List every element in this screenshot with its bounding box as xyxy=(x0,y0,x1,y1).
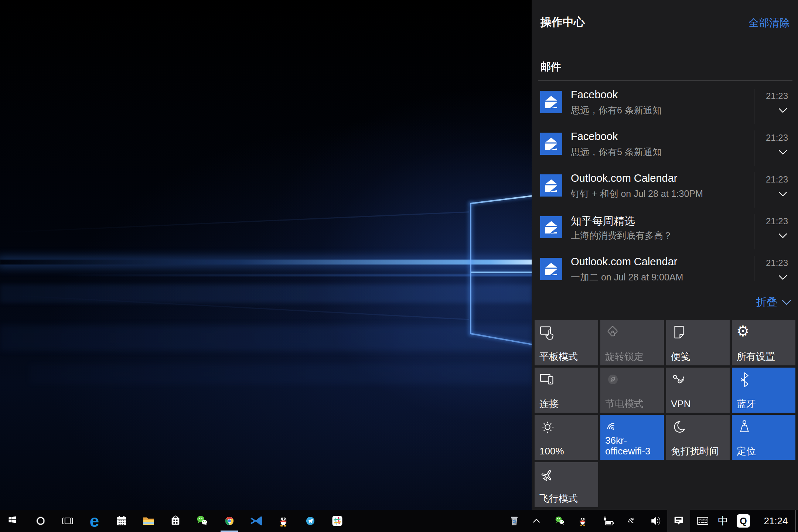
start-button[interactable] xyxy=(0,510,27,532)
ime-q-badge-letter: Q xyxy=(737,514,750,528)
tile-wifi[interactable]: 36kr-officewifi-3 xyxy=(600,415,664,460)
wifi-icon xyxy=(605,419,622,436)
tile-rotation-lock[interactable]: 旋转锁定 xyxy=(600,320,664,365)
tablet-mode-icon xyxy=(539,324,556,341)
show-desktop-divider[interactable] xyxy=(795,510,796,532)
edge-button[interactable]: e xyxy=(81,510,108,532)
notification-message: 钉钉 + 和创 on Jul 28 at 1:30PM xyxy=(571,188,703,200)
tile-battery-saver[interactable]: 节电模式 xyxy=(600,368,664,413)
tray-keyboard-icon[interactable] xyxy=(693,510,712,532)
chevron-down-icon[interactable] xyxy=(778,191,787,197)
tile-label: 定位 xyxy=(737,446,794,457)
tile-label: 便笺 xyxy=(671,351,728,362)
slack-button[interactable] xyxy=(324,510,351,532)
chevron-down-icon[interactable] xyxy=(778,150,787,155)
quick-actions-grid: 平板模式 旋转锁定 便笺 ⚙ 所有设置 xyxy=(535,320,795,507)
notification-title: Outlook.com Calendar xyxy=(571,172,678,184)
chrome-button[interactable] xyxy=(216,510,243,532)
notification-row[interactable]: 知乎每周精选 上海的消费到底有多高？ 21:23 xyxy=(532,211,798,253)
notification-message: 一加二 on Jul 28 at 9:00AM xyxy=(571,271,683,281)
tile-brightness[interactable]: 100% xyxy=(535,415,598,460)
wallpaper-ray xyxy=(0,211,469,233)
chevron-down-icon[interactable] xyxy=(778,275,787,280)
collapse-label: 折叠 xyxy=(756,295,777,310)
tray-chevron-up-icon[interactable] xyxy=(528,510,545,532)
tile-label: 免打扰时间 xyxy=(671,446,728,457)
taskbar: e xyxy=(0,510,798,532)
tile-label: 飞行模式 xyxy=(539,493,596,504)
wechat-icon xyxy=(195,514,209,528)
settings-gear-icon: ⚙ xyxy=(736,323,750,340)
vscode-icon xyxy=(249,514,263,528)
notification-title: Facebook xyxy=(571,89,618,101)
windows-logo-icon xyxy=(7,514,21,528)
recycle-bin-icon[interactable] xyxy=(505,510,523,532)
chevron-down-icon xyxy=(782,300,791,305)
tile-all-settings[interactable]: ⚙ 所有设置 xyxy=(732,320,795,365)
section-divider xyxy=(538,81,792,81)
tile-label: 100% xyxy=(539,446,596,457)
notification-title: 知乎每周精选 xyxy=(571,214,635,229)
file-explorer-button[interactable] xyxy=(135,510,162,532)
mail-section-header: 邮件 xyxy=(540,60,561,74)
notification-row[interactable]: Outlook.com Calendar 一加二 on Jul 28 at 9:… xyxy=(532,253,798,281)
tray-volume-icon[interactable] xyxy=(646,510,666,532)
wechat-button[interactable] xyxy=(189,510,216,532)
tray-battery-icon[interactable] xyxy=(598,510,618,532)
tile-bluetooth[interactable]: 蓝牙 xyxy=(732,368,795,413)
tile-location[interactable]: 定位 xyxy=(732,415,795,460)
taskbar-clock[interactable]: 21:24 xyxy=(760,510,791,532)
vpn-icon xyxy=(671,371,688,388)
tray-wifi-icon[interactable] xyxy=(623,510,643,532)
notification-row[interactable]: Facebook 思远，你有6 条新通知 21:23 xyxy=(532,86,798,127)
store-button[interactable] xyxy=(162,510,189,532)
chevron-down-icon[interactable] xyxy=(778,233,787,238)
tile-vpn[interactable]: VPN xyxy=(666,368,730,413)
tile-airplane-mode[interactable]: 飞行模式 xyxy=(535,462,598,507)
tray-action-center-icon[interactable] xyxy=(667,510,690,532)
notification-message: 思远，你有6 条新通知 xyxy=(571,104,662,116)
notification-list: Facebook 思远，你有6 条新通知 21:23 Facebook 思远，你… xyxy=(532,86,798,281)
taskbar-app-icons: e xyxy=(0,510,351,532)
tile-label: 节电模式 xyxy=(605,399,662,409)
notification-row[interactable]: Facebook 思远，你有5 条新通知 21:23 xyxy=(532,127,798,169)
collapse-link[interactable]: 折叠 xyxy=(756,295,791,310)
tile-label: 连接 xyxy=(539,399,596,409)
folder-icon xyxy=(141,514,156,528)
tile-label: 所有设置 xyxy=(737,351,794,362)
qq-button[interactable] xyxy=(270,510,297,532)
cortana-button[interactable] xyxy=(27,510,54,532)
wallpaper-light-beam xyxy=(0,274,532,276)
vscode-button[interactable] xyxy=(243,510,270,532)
wallpaper-haze xyxy=(0,284,532,303)
ime-q-badge[interactable]: Q xyxy=(734,510,752,532)
tile-tablet-mode[interactable]: 平板模式 xyxy=(535,320,598,365)
tile-connect[interactable]: 连接 xyxy=(535,368,598,413)
notification-row[interactable]: Outlook.com Calendar 钉钉 + 和创 on Jul 28 a… xyxy=(532,169,798,211)
tile-label: 平板模式 xyxy=(539,351,596,362)
calendar-button[interactable] xyxy=(108,510,135,532)
tile-label: 旋转锁定 xyxy=(605,351,662,362)
mail-app-icon xyxy=(540,216,562,238)
mail-app-icon xyxy=(540,258,562,280)
notification-time: 21:23 xyxy=(766,216,788,226)
notification-divider xyxy=(754,89,754,124)
chevron-down-icon[interactable] xyxy=(778,108,787,113)
airplane-icon xyxy=(539,466,556,483)
wallpaper-light-beam xyxy=(0,260,533,265)
wallpaper-window-edge xyxy=(470,203,471,334)
tray-qq-icon[interactable] xyxy=(573,510,592,532)
tile-note[interactable]: 便笺 xyxy=(666,320,730,365)
tile-quiet-hours[interactable]: 免打扰时间 xyxy=(666,415,730,460)
ime-language-indicator[interactable]: 中 xyxy=(715,510,732,532)
telegram-button[interactable] xyxy=(297,510,324,532)
wallpaper-haze xyxy=(30,364,532,384)
mail-app-icon xyxy=(540,133,562,155)
clear-all-link[interactable]: 全部清除 xyxy=(748,16,790,30)
notification-divider xyxy=(754,214,754,249)
task-view-button[interactable] xyxy=(54,510,81,532)
note-icon xyxy=(671,324,688,341)
tray-wechat-icon[interactable] xyxy=(551,510,569,532)
mail-app-icon xyxy=(540,91,562,113)
task-view-icon xyxy=(61,514,75,528)
